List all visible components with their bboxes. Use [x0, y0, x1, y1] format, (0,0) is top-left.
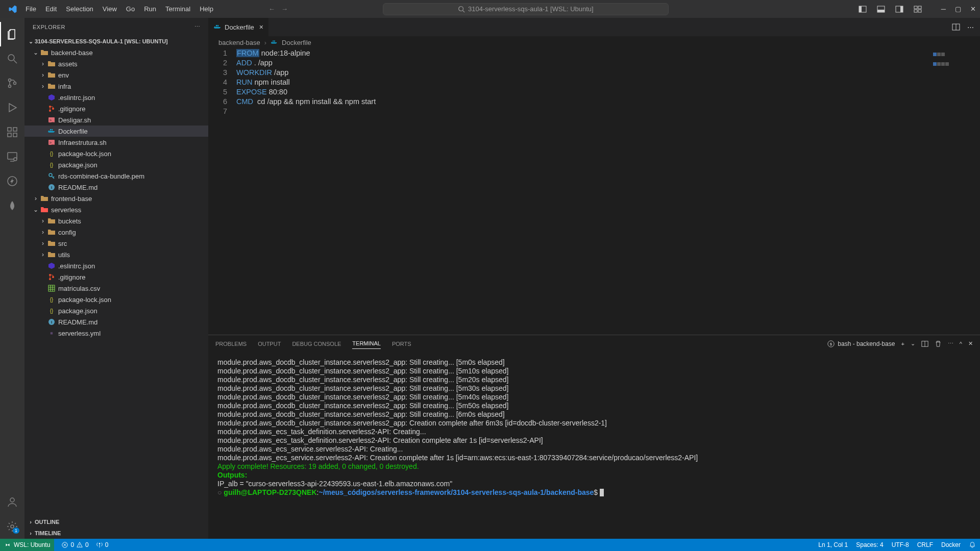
- status-language[interactable]: Docker: [941, 541, 961, 548]
- menu-file[interactable]: File: [21, 3, 40, 15]
- layout-left-icon[interactable]: [859, 5, 867, 13]
- sidebar-more-icon[interactable]: ⋯: [194, 23, 201, 30]
- nav-back-icon[interactable]: ←: [268, 5, 275, 13]
- status-eol[interactable]: CRLF: [917, 541, 933, 548]
- menu-edit[interactable]: Edit: [41, 3, 61, 15]
- activity-debug[interactable]: [0, 95, 24, 120]
- tab-close-icon[interactable]: ×: [259, 23, 263, 31]
- menu-run[interactable]: Run: [140, 3, 160, 15]
- maximize-icon[interactable]: ▢: [955, 5, 961, 13]
- breadcrumb[interactable]: backend-base › Dockerfile: [208, 36, 980, 48]
- activity-scm[interactable]: [0, 71, 24, 95]
- menu-view[interactable]: View: [99, 3, 121, 15]
- tree-file[interactable]: .gitignore: [24, 103, 208, 114]
- layout-right-icon[interactable]: [895, 5, 903, 13]
- remote-indicator[interactable]: WSL: Ubuntu: [0, 539, 54, 551]
- status-ports[interactable]: 0: [96, 541, 109, 548]
- panel-tab-actions: $ bash - backend-base + ⌄ ⋯ ^ ✕: [827, 340, 973, 347]
- chevron-right-icon: ›: [32, 195, 40, 202]
- folder-icon: [47, 60, 56, 68]
- split-terminal-icon[interactable]: [921, 340, 928, 347]
- panel-tab-output[interactable]: OUTPUT: [258, 339, 281, 349]
- menu-help[interactable]: Help: [195, 3, 217, 15]
- panel-tab-problems[interactable]: PROBLEMS: [215, 339, 247, 349]
- timeline-header[interactable]: › TIMELINE: [24, 528, 208, 539]
- close-icon[interactable]: ✕: [970, 5, 976, 13]
- customize-layout-icon[interactable]: [914, 5, 922, 13]
- tree-folder[interactable]: ›buckets: [24, 215, 208, 227]
- tree-folder[interactable]: ›infra: [24, 81, 208, 92]
- panel-tab-terminal[interactable]: TERMINAL: [352, 338, 381, 349]
- terminal-label[interactable]: $ bash - backend-base: [827, 340, 895, 347]
- tab-actions: ⋯: [946, 18, 980, 36]
- tree-label: assets: [58, 60, 78, 68]
- code-content[interactable]: FROM node:18-alpineADD . /appWORKDIR /ap…: [236, 48, 980, 335]
- tree-file[interactable]: .gitignore: [24, 271, 208, 283]
- close-panel-icon[interactable]: ✕: [968, 340, 973, 347]
- terminal-dropdown-icon[interactable]: ⌄: [911, 340, 915, 347]
- folder-icon: [47, 82, 56, 90]
- tree-folder[interactable]: ›src: [24, 238, 208, 249]
- sidebar-title: EXPLORER: [33, 24, 65, 30]
- activity-remote[interactable]: [0, 144, 24, 169]
- tree-file[interactable]: {}package-lock.json: [24, 294, 208, 305]
- outline-header[interactable]: › OUTLINE: [24, 516, 208, 528]
- tree-file[interactable]: {}package-lock.json: [24, 148, 208, 159]
- nav-forward-icon[interactable]: →: [281, 5, 288, 13]
- tree-file[interactable]: ≡serverless.yml: [24, 328, 208, 339]
- terminal-output[interactable]: module.prod.aws_docdb_cluster_instance.s…: [208, 352, 980, 539]
- menu-go[interactable]: Go: [122, 3, 139, 15]
- status-problems[interactable]: 0 0: [61, 541, 88, 548]
- new-terminal-icon[interactable]: +: [901, 341, 904, 347]
- panel-tab-ports[interactable]: PORTS: [392, 339, 411, 349]
- tree-file[interactable]: >_Desligar.sh: [24, 114, 208, 126]
- kill-terminal-icon[interactable]: [935, 340, 942, 347]
- menu-selection[interactable]: Selection: [62, 3, 97, 15]
- tree-file[interactable]: {}package.json: [24, 305, 208, 316]
- code-editor[interactable]: 1234567 FROM node:18-alpineADD . /appWOR…: [208, 48, 980, 335]
- minimap[interactable]: [933, 49, 979, 57]
- tree-file[interactable]: .eslintrc.json: [24, 92, 208, 103]
- tree-file[interactable]: rds-combined-ca-bundle.pem: [24, 170, 208, 182]
- maximize-panel-icon[interactable]: ^: [960, 341, 962, 347]
- tree-file[interactable]: .eslintrc.json: [24, 260, 208, 271]
- svg-text:>_: >_: [49, 118, 54, 122]
- activity-account[interactable]: [0, 490, 24, 514]
- tree-file[interactable]: {}package.json: [24, 159, 208, 170]
- tab-dockerfile[interactable]: Dockerfile ×: [208, 18, 269, 36]
- panel-tab-debug-console[interactable]: DEBUG CONSOLE: [292, 339, 341, 349]
- split-editor-icon[interactable]: [952, 23, 960, 31]
- tree-folder[interactable]: ⌄serverless: [24, 204, 208, 215]
- tree-file[interactable]: >_Infraestrutura.sh: [24, 137, 208, 148]
- tree-folder[interactable]: ›utils: [24, 249, 208, 260]
- tree-folder[interactable]: ›frontend-base: [24, 193, 208, 204]
- status-cursor[interactable]: Ln 1, Col 1: [818, 541, 848, 548]
- menu-terminal[interactable]: Terminal: [161, 3, 194, 15]
- tree-folder[interactable]: ›assets: [24, 58, 208, 69]
- activity-thunder[interactable]: [0, 169, 24, 193]
- tree-file[interactable]: matriculas.csv: [24, 283, 208, 294]
- tree-file[interactable]: Dockerfile: [24, 126, 208, 137]
- tree-folder[interactable]: ›config: [24, 227, 208, 238]
- status-spaces[interactable]: Spaces: 4: [856, 541, 883, 548]
- workspace-header[interactable]: ⌄ 3104-SERVERLESS-SQS-AULA-1 [WSL: UBUNT…: [24, 36, 208, 47]
- tree-folder[interactable]: ⌄backend-base: [24, 47, 208, 58]
- git-icon: [47, 105, 56, 113]
- tree-folder[interactable]: ›env: [24, 69, 208, 81]
- status-notifications[interactable]: [969, 541, 976, 548]
- breadcrumb-segment[interactable]: backend-base: [218, 39, 260, 46]
- status-encoding[interactable]: UTF-8: [892, 541, 909, 548]
- breadcrumb-segment[interactable]: Dockerfile: [282, 39, 311, 46]
- command-center[interactable]: 3104-serverless-sqs-aula-1 [WSL: Ubuntu]: [383, 3, 669, 15]
- activity-mongo[interactable]: [0, 193, 24, 218]
- tree-file[interactable]: iREADME.md: [24, 316, 208, 328]
- minimize-icon[interactable]: ─: [941, 5, 946, 13]
- more-actions-icon[interactable]: ⋯: [967, 23, 974, 31]
- panel-more-icon[interactable]: ⋯: [948, 340, 953, 347]
- tree-file[interactable]: iREADME.md: [24, 182, 208, 193]
- activity-search[interactable]: [0, 46, 24, 71]
- activity-settings[interactable]: 1: [0, 514, 24, 539]
- activity-explorer[interactable]: [0, 22, 24, 46]
- layout-bottom-icon[interactable]: [877, 5, 885, 13]
- activity-extensions[interactable]: [0, 120, 24, 144]
